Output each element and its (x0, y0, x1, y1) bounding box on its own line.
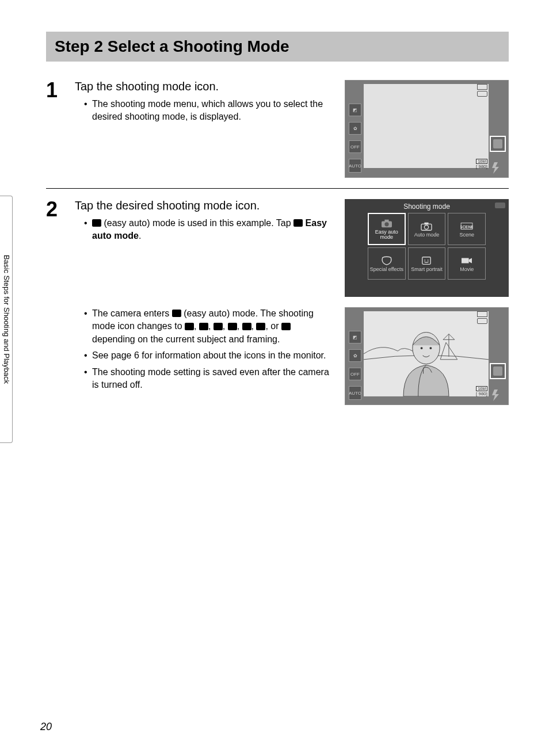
step-2-bullet-a: (easy auto) mode is used in this example… (84, 217, 336, 243)
svg-rect-8 (422, 257, 430, 264)
svg-point-1 (384, 222, 388, 226)
camera-heart-icon (172, 310, 181, 317)
shots-counter-2: [ 980] (476, 391, 487, 396)
flash-auto-corner-icon (491, 161, 505, 175)
mode-icon-3 (214, 323, 223, 330)
menu-movie[interactable]: Movie (448, 247, 486, 280)
page-number: 20 (40, 721, 52, 733)
svg-point-10 (428, 259, 429, 261)
lcd-info: 16M [ 980] (476, 159, 487, 169)
b-s1: , (194, 321, 199, 331)
menu-scene[interactable]: SCENE Scene (448, 213, 486, 245)
page-heading-band: Step 2 Select a Shooting Mode (46, 32, 509, 62)
lcd-screen-2: ◩ ✿ OFF AUTO 16M [ 980] (345, 307, 509, 405)
svg-rect-2 (384, 220, 388, 222)
timer-off-button-icon[interactable]: OFF (349, 140, 361, 153)
resolution-badge-2: 16M (476, 386, 487, 391)
mode-icon-5 (242, 323, 251, 330)
lcd-info-2: 16M [ 980] (476, 386, 487, 396)
flash-auto-button-icon[interactable]: AUTO (349, 159, 361, 173)
shooting-mode-icon[interactable] (490, 136, 506, 152)
lcd-viewfinder-2 (364, 311, 489, 395)
step-2-bullet-b: The camera enters (easy auto) mode. The … (84, 307, 336, 346)
movie-icon (460, 255, 473, 266)
step-1-title: Tap the shooting mode icon. (75, 80, 336, 93)
step-2-number: 2 (46, 199, 63, 220)
mode-icon-4 (228, 323, 237, 330)
svg-rect-11 (462, 258, 469, 263)
flash-auto-corner-icon (491, 388, 505, 402)
smile-icon (420, 255, 433, 266)
flash-auto-button-icon[interactable]: AUTO (349, 386, 361, 400)
step-1-bullet-1: The shooting mode menu, which allows you… (84, 98, 336, 124)
step-2-title: Tap the desired shooting mode icon. (75, 199, 336, 212)
page-heading: Step 2 Select a Shooting Mode (55, 37, 500, 56)
exposure-button-icon[interactable]: ◩ (349, 104, 361, 116)
timer-off-button-icon[interactable]: OFF (349, 368, 361, 380)
menu-smart-portrait[interactable]: Smart portrait (408, 247, 446, 280)
camera-heart-icon (293, 219, 303, 227)
menu-portrait-label: Smart portrait (411, 267, 443, 272)
step-divider (46, 188, 509, 189)
menu-easy-auto[interactable]: Easy auto mode (368, 213, 406, 245)
step2-a-pre: (easy auto) mode is used in this example… (101, 218, 293, 228)
camera-heart-icon (380, 218, 393, 228)
exposure-button-icon[interactable]: ◩ (349, 331, 361, 343)
svg-text:SCENE: SCENE (460, 224, 473, 229)
step-2-row: 2 Tap the desired shooting mode icon. (e… (46, 192, 509, 412)
battery-card-icon (477, 311, 487, 324)
portrait-illustration (364, 311, 489, 396)
shooting-mode-icon-portrait[interactable] (490, 363, 506, 379)
b-s2: , (208, 321, 214, 331)
scene-icon: SCENE (460, 221, 473, 231)
step-2-bullet-d: The shooting mode setting is saved even … (84, 366, 336, 392)
svg-point-4 (425, 225, 429, 229)
svg-rect-5 (425, 222, 429, 224)
effects-icon (380, 255, 393, 266)
svg-point-9 (425, 259, 426, 261)
macro-button-icon[interactable]: ✿ (349, 122, 361, 135)
step2-a-post: . (139, 231, 141, 240)
b-s4: , (237, 321, 242, 331)
step-1-number: 1 (46, 80, 63, 101)
camera-heart-icon (92, 219, 101, 227)
mode-icon-1 (185, 323, 194, 330)
b-s5: , (251, 321, 257, 331)
menu-easy-auto-label: Easy auto mode (369, 230, 405, 240)
menu-back-icon[interactable] (495, 203, 505, 208)
camera-icon (420, 221, 433, 231)
b-or: , or (265, 321, 281, 331)
resolution-badge: 16M (476, 159, 487, 164)
battery-card-icon (477, 84, 487, 97)
step-2-bullet-c: See page 6 for information about the ico… (84, 349, 336, 362)
menu-title: Shooting mode (345, 199, 509, 213)
menu-auto-label: Auto mode (414, 232, 440, 238)
menu-effects-label: Special effects (370, 267, 403, 272)
mode-icon-7 (281, 323, 291, 330)
b-post: depending on the current subject and fra… (92, 334, 280, 344)
b-pre: The camera enters (92, 308, 172, 318)
step-1-row: 1 Tap the shooting mode icon. The shooti… (46, 73, 509, 185)
menu-auto[interactable]: Auto mode (408, 213, 446, 245)
b-s3: , (223, 321, 228, 331)
lcd-screen-1: ◩ ✿ OFF AUTO 16M [ 980] (345, 80, 509, 178)
menu-movie-label: Movie (460, 267, 474, 272)
section-side-tab: Basic Steps for Shooting and Playback (0, 196, 13, 443)
section-side-tab-text: Basic Steps for Shooting and Playback (2, 255, 10, 384)
svg-point-14 (421, 347, 423, 349)
macro-button-icon[interactable]: ✿ (349, 349, 361, 362)
menu-special-effects[interactable]: Special effects (368, 247, 406, 280)
shots-counter: [ 980] (476, 164, 487, 169)
lcd-viewfinder (364, 84, 489, 168)
svg-point-15 (429, 347, 432, 349)
mode-icon-6 (256, 323, 265, 330)
shooting-mode-menu: Shooting mode Easy auto mode Auto mode S… (345, 199, 509, 297)
menu-scene-label: Scene (459, 232, 474, 238)
mode-icon-2 (199, 323, 208, 330)
